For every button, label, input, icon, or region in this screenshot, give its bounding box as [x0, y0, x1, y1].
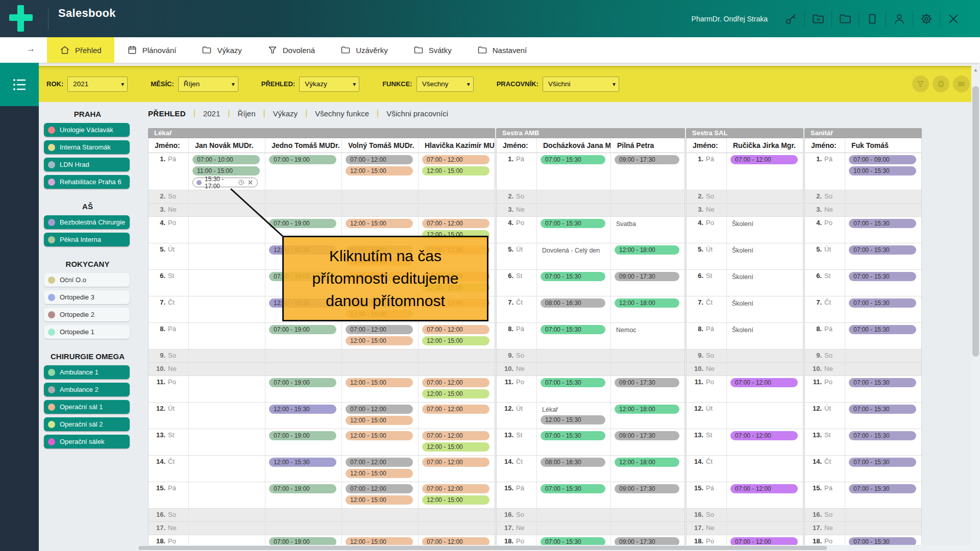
xsmall-icon[interactable]	[247, 179, 254, 186]
shift-chip[interactable]: 07:00 - 15:30	[849, 484, 916, 493]
shift-chip[interactable]: 12:00 - 15:00	[346, 416, 413, 425]
shift-chip[interactable]: 12:00 - 15:30	[541, 415, 605, 424]
absence-note[interactable]: Školení	[732, 220, 803, 228]
schedule-cell[interactable]	[726, 190, 803, 203]
sidebar-item-bezbolestna-chirurgie[interactable]: Bezbolestná Chirurgie	[44, 215, 130, 229]
schedule-cell[interactable]: 07:00 - 19:00	[265, 153, 341, 190]
schedule-cell[interactable]	[341, 190, 418, 203]
shift-chip[interactable]: 07:00 - 19:00	[269, 219, 336, 228]
sidebar-item-urologie-vaclavak[interactable]: Urologie Václavák	[44, 123, 130, 137]
schedule-cell[interactable]	[726, 456, 803, 482]
shift-chip[interactable]: 07:00 - 15:30	[541, 431, 605, 440]
rok-select[interactable]: 2021	[67, 77, 128, 92]
shift-chip[interactable]: 09:00 - 17:30	[615, 378, 679, 387]
shift-chip[interactable]: 07:00 - 12:00	[730, 378, 798, 387]
shift-chip[interactable]: 07:00 - 15:30	[541, 325, 605, 334]
shift-chip[interactable]: 07:00 - 15:30	[541, 155, 605, 164]
schedule-cell[interactable]: 07:00 - 15:30	[845, 376, 921, 402]
schedule-cell[interactable]: 07:00 - 12:00	[418, 403, 495, 429]
schedule-cell[interactable]: Školení	[726, 270, 803, 296]
sidebar-item-ortopedie-3[interactable]: Ortopedie 3	[44, 290, 130, 304]
schedule-cell[interactable]: Nemoc	[610, 323, 684, 349]
shift-chip[interactable]: 07:00 - 15:30	[849, 298, 916, 308]
schedule-cell[interactable]	[418, 349, 495, 362]
tab-dovolena[interactable]: Dovolená	[255, 37, 328, 63]
schedule-cell[interactable]	[188, 217, 265, 243]
shift-chip[interactable]: 07:00 - 12:00	[346, 458, 413, 467]
shift-chip[interactable]: 07:00 - 15:30	[849, 378, 916, 387]
shift-chip[interactable]: 07:00 - 19:00	[269, 484, 336, 493]
shift-chip[interactable]: 08:00 - 16:30	[541, 458, 605, 467]
schedule-cell[interactable]	[536, 522, 610, 535]
schedule-cell[interactable]	[341, 509, 418, 521]
schedule-cell[interactable]: Školení	[726, 217, 803, 243]
schedule-cell[interactable]: Lékař12:00 - 15:30	[536, 403, 610, 429]
gear-button[interactable]	[920, 12, 933, 26]
shift-chip[interactable]: 07:00 - 15:30	[849, 272, 916, 281]
schedule-cell[interactable]	[536, 509, 610, 521]
shift-chip[interactable]: 12:00 - 15:00	[346, 219, 413, 228]
shift-chip[interactable]: 09:00 - 17:30	[615, 155, 679, 164]
schedule-cell[interactable]: 09:00 - 17:30	[610, 482, 684, 508]
schedule-cell[interactable]: 08:00 - 16:30	[536, 456, 610, 482]
funnel-button[interactable]	[912, 76, 929, 92]
schedule-cell[interactable]	[188, 296, 265, 322]
shift-chip[interactable]: 11:00 - 15:00	[192, 166, 260, 176]
schedule-cell[interactable]: 07:00 - 15:30	[845, 296, 921, 322]
shift-chip[interactable]: 07:00 - 12:00	[422, 484, 489, 493]
shift-chip[interactable]: 07:00 - 15:30	[849, 219, 916, 228]
schedule-cell[interactable]	[188, 522, 265, 535]
schedule-cell[interactable]: 07:00 - 15:30	[845, 323, 921, 349]
schedule-cell[interactable]	[188, 270, 265, 296]
schedule-cell[interactable]	[341, 349, 418, 362]
schedule-cell[interactable]	[265, 349, 341, 362]
shift-chip[interactable]: 07:00 - 12:00	[422, 378, 489, 387]
schedule-cell[interactable]: 07:00 - 15:30	[845, 270, 921, 296]
schedule-cell[interactable]	[845, 509, 921, 521]
shift-chip[interactable]: 12:00 - 15:00	[422, 495, 489, 505]
close-button[interactable]	[947, 12, 960, 26]
schedule-cell[interactable]	[536, 363, 610, 375]
schedule-cell[interactable]: 09:00 - 17:30	[610, 153, 684, 190]
schedule-cell[interactable]: 07:00 - 19:00	[265, 323, 341, 349]
schedule-cell[interactable]: 07:00 - 15:30	[536, 153, 610, 190]
checklist-button[interactable]	[0, 63, 39, 106]
absence-note[interactable]: Nemoc	[616, 327, 684, 334]
shift-chip[interactable]: 07:00 - 15:30	[541, 484, 605, 493]
shift-chip[interactable]: 07:00 - 12:00	[346, 405, 413, 414]
shift-chip[interactable]: 07:00 - 15:30	[849, 325, 916, 334]
shift-chip[interactable]: 07:00 - 12:00	[422, 219, 489, 228]
schedule-cell[interactable]	[845, 363, 921, 375]
shift-chip[interactable]: 12:00 - 15:30	[269, 458, 336, 467]
editable-shift-chip[interactable]: 15:30 - 17:00	[192, 178, 258, 187]
schedule-cell[interactable]	[610, 522, 684, 535]
schedule-cell[interactable]: 12:00 - 15:00	[341, 429, 418, 455]
schedule-cell[interactable]	[610, 204, 684, 216]
schedule-cell[interactable]: Dovolená - Celý den	[536, 243, 610, 269]
schedule-cell[interactable]	[845, 190, 921, 203]
tab-uzaverky[interactable]: Uzávěrky	[328, 37, 401, 63]
clock-icon[interactable]	[238, 179, 244, 186]
shift-chip[interactable]: 07:00 - 15:30	[541, 378, 605, 387]
shift-chip[interactable]: 07:00 - 15:30	[849, 405, 916, 414]
user-button[interactable]	[893, 12, 906, 26]
schedule-cell[interactable]	[610, 190, 684, 203]
schedule-cell[interactable]: 12:00 - 18:00	[610, 296, 684, 322]
schedule-cell[interactable]: 07:00 - 12:0012:00 - 15:00	[341, 482, 418, 508]
printer-button[interactable]	[933, 76, 949, 92]
shift-chip[interactable]: 07:00 - 15:30	[849, 431, 916, 440]
shift-chip[interactable]: 12:00 - 15:00	[346, 469, 413, 478]
folder-badge-button[interactable]: N	[812, 12, 825, 26]
schedule-cell[interactable]: Školení	[726, 243, 803, 269]
schedule-cell[interactable]	[188, 349, 265, 362]
schedule-cell[interactable]	[726, 509, 803, 521]
schedule-cell[interactable]: 09:00 - 17:30	[610, 429, 684, 455]
schedule-cell[interactable]	[610, 349, 684, 362]
schedule-cell[interactable]	[341, 522, 418, 535]
sidebar-item-ambulance-2[interactable]: Ambulance 2	[44, 383, 130, 396]
shift-chip[interactable]: 07:00 - 19:00	[269, 378, 336, 387]
shift-chip[interactable]: 07:00 - 12:00	[730, 431, 798, 440]
shift-chip[interactable]: 12:00 - 15:00	[422, 442, 489, 452]
scroll-up-icon[interactable]: ▲	[971, 67, 980, 72]
schedule-cell[interactable]: 07:00 - 12:0012:00 - 15:00	[341, 456, 418, 482]
